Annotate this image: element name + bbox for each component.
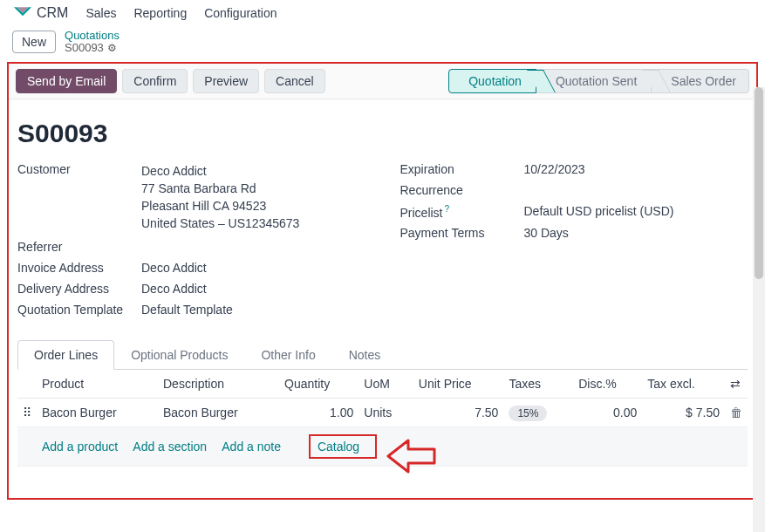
cell-uom[interactable]: Units [359, 398, 413, 426]
scrollbar-thumb[interactable] [755, 87, 763, 279]
field-payment-terms: Payment Terms 30 Days [400, 226, 748, 240]
invoice-value[interactable]: Deco Addict [141, 261, 207, 275]
referrer-label: Referrer [17, 240, 141, 254]
right-column: Expiration 10/22/2023 Recurrence Priceli… [400, 162, 748, 324]
th-uom[interactable]: UoM [359, 370, 413, 399]
status-bar: Send by Email Confirm Preview Cancel Quo… [9, 64, 756, 99]
breadcrumb: Quotations S00093 ⚙ [65, 30, 120, 55]
cell-product[interactable]: Bacon Burger [37, 398, 158, 426]
invoice-label: Invoice Address [17, 261, 141, 275]
th-quantity[interactable]: Quantity [279, 370, 359, 399]
stage-quotation[interactable]: Quotation [448, 69, 536, 93]
customer-addr2: Pleasant Hill CA 94523 [141, 197, 299, 215]
field-recurrence: Recurrence [400, 183, 748, 197]
expiration-label: Expiration [400, 162, 524, 176]
recurrence-label: Recurrence [400, 183, 524, 197]
brand-wrap[interactable]: CRM [14, 5, 68, 21]
record-title: S00093 [17, 119, 748, 148]
delivery-label: Delivery Address [17, 282, 141, 296]
nav-configuration[interactable]: Configuration [204, 6, 277, 20]
cell-unit-price[interactable]: 7.50 [413, 398, 504, 426]
template-label: Quotation Template [17, 303, 141, 317]
status-actions: Send by Email Confirm Preview Cancel [16, 69, 325, 93]
field-pricelist: Pricelist? Default USD pricelist (USD) [400, 204, 748, 220]
field-quotation-template: Quotation Template Default Template [17, 303, 365, 317]
breadcrumb-row: New Quotations S00093 ⚙ [0, 26, 765, 62]
breadcrumb-current-text: S00093 [65, 42, 104, 54]
app-logo-icon [14, 7, 31, 19]
tabs: Order Lines Optional Products Other Info… [17, 339, 748, 370]
tab-order-lines[interactable]: Order Lines [17, 340, 114, 370]
preview-button[interactable]: Preview [193, 69, 259, 93]
left-column: Customer Deco Addict 77 Santa Barbara Rd… [17, 162, 365, 324]
new-button[interactable]: New [12, 31, 56, 53]
pricelist-value[interactable]: Default USD pricelist (USD) [524, 204, 674, 220]
field-referrer: Referrer [17, 240, 365, 254]
send-email-button[interactable]: Send by Email [16, 69, 117, 93]
top-nav: CRM Sales Reporting Configuration [0, 0, 765, 26]
scrollbar[interactable] [753, 87, 765, 532]
th-description[interactable]: Description [158, 370, 279, 399]
tab-other-info[interactable]: Other Info [244, 340, 331, 370]
field-invoice-address: Invoice Address Deco Addict [17, 261, 365, 275]
breadcrumb-parent[interactable]: Quotations [65, 30, 120, 42]
tab-notes[interactable]: Notes [332, 340, 398, 370]
customer-value[interactable]: Deco Addict 77 Santa Barbara Rd Pleasant… [141, 162, 299, 233]
drag-handle-icon[interactable]: ⠿ [17, 398, 37, 426]
add-note-link[interactable]: Add a note [222, 440, 281, 454]
cell-quantity[interactable]: 1.00 [279, 398, 359, 426]
cancel-button[interactable]: Cancel [264, 69, 325, 93]
trash-icon[interactable]: 🗑 [730, 406, 742, 419]
pricelist-label: Pricelist? [400, 204, 524, 220]
th-disc[interactable]: Disc.% [573, 370, 642, 399]
field-expiration: Expiration 10/22/2023 [400, 162, 748, 176]
brand-label: CRM [37, 5, 68, 21]
th-product[interactable]: Product [37, 370, 158, 399]
th-unit-price[interactable]: Unit Price [413, 370, 504, 399]
customer-name: Deco Addict [141, 162, 299, 180]
catalog-link[interactable]: Catalog [318, 440, 359, 454]
cell-tax-excl: $ 7.50 [642, 398, 725, 426]
order-lines-table: Product Description Quantity UoM Unit Pr… [17, 370, 748, 467]
customer-label: Customer [17, 162, 141, 233]
form-columns: Customer Deco Addict 77 Santa Barbara Rd… [17, 162, 748, 324]
terms-label: Payment Terms [400, 226, 524, 240]
table-row[interactable]: ⠿ Bacon Burger Bacon Burger 1.00 Units 7… [17, 398, 748, 426]
status-stages: Quotation Quotation Sent Sales Order [449, 69, 749, 93]
add-section-link[interactable]: Add a section [133, 440, 207, 454]
cell-disc[interactable]: 0.00 [573, 398, 642, 426]
tax-badge: 15% [509, 406, 547, 421]
terms-value[interactable]: 30 Days [524, 226, 569, 240]
add-product-link[interactable]: Add a product [42, 440, 118, 454]
field-delivery-address: Delivery Address Deco Addict [17, 282, 365, 296]
catalog-highlight: Catalog [309, 434, 377, 459]
th-tax-excl[interactable]: Tax excl. [642, 370, 725, 399]
columns-settings-icon[interactable]: ⇄ [730, 377, 741, 391]
add-row: Add a product Add a section Add a note C… [17, 426, 748, 466]
table-header-row: Product Description Quantity UoM Unit Pr… [17, 370, 748, 399]
tab-optional-products[interactable]: Optional Products [114, 340, 244, 370]
customer-addr3: United States – US12345673 [141, 215, 299, 232]
delivery-value[interactable]: Deco Addict [141, 282, 207, 296]
expiration-value[interactable]: 10/22/2023 [524, 162, 585, 176]
pricelist-label-text: Pricelist [400, 205, 443, 219]
nav-sales[interactable]: Sales [85, 6, 116, 20]
breadcrumb-current: S00093 ⚙ [65, 42, 120, 54]
customer-addr1: 77 Santa Barbara Rd [141, 180, 299, 197]
cell-description[interactable]: Bacon Burger [158, 398, 279, 426]
field-customer: Customer Deco Addict 77 Santa Barbara Rd… [17, 162, 365, 233]
gear-icon[interactable]: ⚙ [107, 43, 117, 54]
main-panel: Send by Email Confirm Preview Cancel Quo… [7, 62, 758, 500]
cell-taxes[interactable]: 15% [503, 398, 573, 426]
nav-reporting[interactable]: Reporting [133, 6, 187, 20]
template-value[interactable]: Default Template [141, 303, 233, 317]
confirm-button[interactable]: Confirm [122, 69, 188, 93]
th-taxes[interactable]: Taxes [503, 370, 573, 399]
form-body: S00093 Customer Deco Addict 77 Santa Bar… [9, 99, 756, 467]
help-icon[interactable]: ? [445, 204, 450, 214]
